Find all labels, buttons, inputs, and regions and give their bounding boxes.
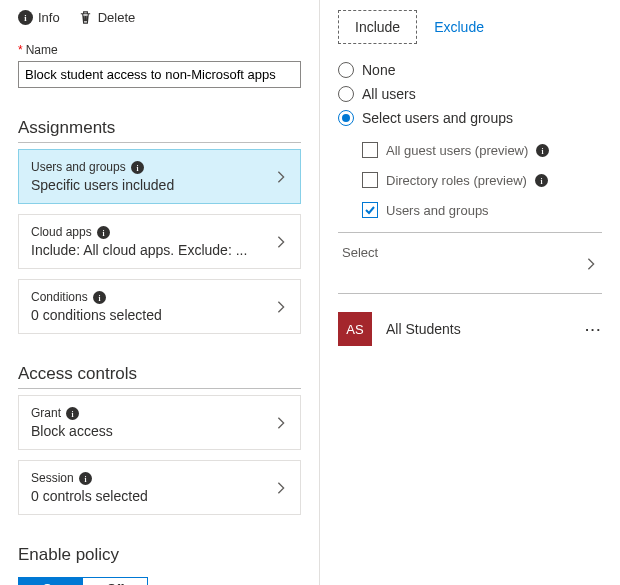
svg-text:i: i xyxy=(542,146,544,155)
access-controls-heading: Access controls xyxy=(18,364,301,389)
cloud-apps-row[interactable]: Cloud appsi Include: All cloud apps. Exc… xyxy=(18,214,301,269)
toggle-off[interactable]: Off xyxy=(83,578,147,585)
name-input[interactable] xyxy=(18,61,301,88)
check-guest-users[interactable]: All guest users (preview)i xyxy=(362,142,602,158)
info-icon: i xyxy=(535,174,548,187)
toggle-on[interactable]: On xyxy=(19,578,83,585)
trash-icon xyxy=(78,10,93,25)
svg-text:i: i xyxy=(72,409,74,418)
group-name: All Students xyxy=(386,321,571,337)
chevron-right-icon xyxy=(274,481,288,495)
svg-text:i: i xyxy=(84,474,86,483)
svg-text:i: i xyxy=(98,293,100,302)
users-groups-row[interactable]: Users and groupsi Specific users include… xyxy=(18,149,301,204)
name-label: *Name xyxy=(18,43,301,57)
enable-policy-toggle[interactable]: On Off xyxy=(18,577,148,585)
grant-row[interactable]: Granti Block access xyxy=(18,395,301,450)
chevron-right-icon xyxy=(274,170,288,184)
chevron-right-icon xyxy=(274,235,288,249)
session-row[interactable]: Sessioni 0 controls selected xyxy=(18,460,301,515)
assignments-heading: Assignments xyxy=(18,118,301,143)
svg-text:i: i xyxy=(540,176,542,185)
check-directory-roles[interactable]: Directory roles (preview)i xyxy=(362,172,602,188)
info-button[interactable]: i Info xyxy=(18,10,60,25)
info-label: Info xyxy=(38,10,60,25)
select-label: Select xyxy=(342,245,378,260)
svg-text:i: i xyxy=(102,228,104,237)
chevron-right-icon xyxy=(274,300,288,314)
chevron-right-icon xyxy=(584,257,598,271)
tab-exclude[interactable]: Exclude xyxy=(417,10,501,44)
enable-policy-heading: Enable policy xyxy=(18,545,301,569)
group-badge: AS xyxy=(338,312,372,346)
chevron-right-icon xyxy=(274,416,288,430)
radio-all-users[interactable]: All users xyxy=(338,86,602,102)
delete-label: Delete xyxy=(98,10,136,25)
radio-none[interactable]: None xyxy=(338,62,602,78)
info-icon: i xyxy=(18,10,33,25)
info-icon: i xyxy=(93,291,106,304)
conditions-row[interactable]: Conditionsi 0 conditions selected xyxy=(18,279,301,334)
tab-include[interactable]: Include xyxy=(338,10,417,44)
delete-button[interactable]: Delete xyxy=(78,10,136,25)
group-row[interactable]: AS All Students ··· xyxy=(338,312,602,346)
info-icon: i xyxy=(536,144,549,157)
info-icon: i xyxy=(131,161,144,174)
more-button[interactable]: ··· xyxy=(585,322,602,337)
select-row[interactable]: Select xyxy=(338,232,602,294)
info-icon: i xyxy=(97,226,110,239)
info-icon: i xyxy=(66,407,79,420)
radio-select-users-groups[interactable]: Select users and groups xyxy=(338,110,602,126)
info-icon: i xyxy=(79,472,92,485)
svg-text:i: i xyxy=(136,163,138,172)
check-users-groups[interactable]: Users and groups xyxy=(362,202,602,218)
